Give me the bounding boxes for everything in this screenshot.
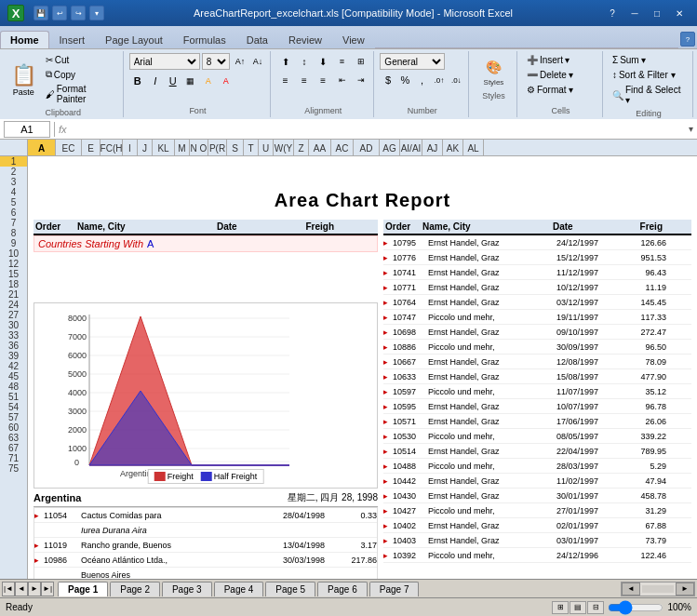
styles-button[interactable]: 🎨 Styles	[475, 53, 513, 89]
col-header-AC[interactable]: AC	[331, 140, 354, 156]
row-num-71: 71	[0, 453, 28, 463]
sheet-tab-1[interactable]: Page 1	[58, 582, 108, 596]
fill-color-button[interactable]: A	[200, 73, 217, 89]
paste-button[interactable]: 📋 Paste	[7, 56, 40, 104]
comma-btn[interactable]: ,	[414, 72, 430, 88]
copy-button[interactable]: ⧉ Copy	[42, 67, 119, 82]
sum-btn[interactable]: Σ Sum ▾	[609, 53, 689, 67]
custom-quick-btn[interactable]: ▾	[89, 6, 104, 20]
col-header-M[interactable]: M	[175, 140, 190, 156]
wrap-text-btn[interactable]: ≡	[333, 53, 351, 70]
help-btn[interactable]: ?	[602, 5, 623, 21]
font-color-button[interactable]: A	[218, 73, 235, 89]
tab-formulas[interactable]: Formulas	[173, 31, 236, 48]
delete-cells-btn[interactable]: ➖ Delete ▾	[523, 68, 598, 82]
sheet-tab-7[interactable]: Page 7	[369, 582, 420, 596]
col-header-AD[interactable]: AD	[354, 140, 380, 156]
col-header-AL[interactable]: AL	[463, 140, 484, 156]
cut-button[interactable]: ✂ Cut	[42, 53, 119, 67]
font-size-select[interactable]: 8	[202, 53, 230, 70]
cell-reference-input[interactable]	[4, 121, 50, 138]
col-header-KL[interactable]: KL	[153, 140, 175, 156]
tab-insert[interactable]: Insert	[49, 31, 96, 48]
indent-increase-btn[interactable]: ⇥	[352, 72, 369, 88]
restore-btn[interactable]: □	[647, 5, 667, 21]
col-header-EC[interactable]: EC	[56, 140, 82, 156]
formula-input[interactable]	[71, 121, 685, 138]
tab-last-btn[interactable]: ►|	[41, 582, 54, 596]
font-name-select[interactable]: Arial	[129, 53, 200, 70]
col-header-W[interactable]: W(Y	[274, 140, 294, 156]
sheet-tab-4[interactable]: Page 4	[214, 582, 264, 596]
currency-btn[interactable]: $	[380, 72, 395, 88]
border-button[interactable]: ▦	[182, 73, 199, 89]
editing-label: Editing	[609, 109, 689, 118]
format-painter-button[interactable]: 🖌 Format Painter	[42, 82, 119, 106]
minimize-btn[interactable]: ─	[624, 5, 645, 21]
merge-btn[interactable]: ⊞	[352, 53, 369, 70]
find-select-btn[interactable]: 🔍 Find & Select ▾	[609, 83, 689, 107]
sheet-tab-2[interactable]: Page 2	[110, 582, 160, 596]
undo-quick-btn[interactable]: ↩	[52, 6, 67, 20]
col-header-NO[interactable]: N O	[190, 140, 208, 156]
increase-font-btn[interactable]: A↑	[232, 53, 248, 70]
decimal-dec-btn[interactable]: .0↓	[449, 72, 464, 88]
italic-button[interactable]: I	[147, 73, 164, 89]
col-header-FCH[interactable]: FC(H	[101, 140, 123, 156]
page-break-view-btn[interactable]: ⊟	[587, 601, 604, 614]
close-btn[interactable]: ✕	[669, 5, 690, 21]
col-header-AJ[interactable]: AJ	[422, 140, 443, 156]
col-header-E[interactable]: E	[82, 140, 101, 156]
sheet-tab-5[interactable]: Page 5	[265, 582, 315, 596]
align-top-btn[interactable]: ⬆	[276, 53, 294, 70]
indent-decrease-btn[interactable]: ⇤	[333, 72, 351, 88]
tab-next-btn[interactable]: ►	[28, 582, 41, 596]
tab-prev-btn[interactable]: ◄	[15, 582, 28, 596]
h-scrollbar[interactable]: ◄ ►	[621, 582, 695, 596]
col-header-I[interactable]: I	[123, 140, 138, 156]
col-header-AG[interactable]: AG	[380, 140, 400, 156]
formula-expand-btn[interactable]: ▾	[689, 124, 693, 134]
align-right-btn[interactable]: ≡	[315, 72, 332, 88]
col-header-Z[interactable]: Z	[294, 140, 309, 156]
decimal-inc-btn[interactable]: .0↑	[431, 72, 447, 88]
tab-home[interactable]: Home	[0, 31, 49, 48]
sort-filter-btn[interactable]: ↕ Sort & Filter ▾	[609, 68, 689, 82]
col-header-A[interactable]: A	[28, 140, 56, 156]
sheet-tab-6[interactable]: Page 6	[317, 582, 368, 596]
ribbon-help-btn[interactable]: ?	[680, 32, 695, 47]
save-quick-btn[interactable]: 💾	[34, 6, 48, 20]
zoom-slider[interactable]	[608, 603, 663, 612]
scroll-left-btn[interactable]: ◄	[622, 583, 640, 596]
percent-btn[interactable]: %	[397, 72, 413, 88]
align-bottom-btn[interactable]: ⬇	[315, 53, 332, 70]
col-header-PCR[interactable]: P(R	[208, 140, 227, 156]
number-format-select[interactable]: General	[380, 53, 445, 70]
tab-data[interactable]: Data	[236, 31, 278, 48]
insert-cells-btn[interactable]: ➕ Insert ▾	[523, 53, 598, 67]
tab-view[interactable]: View	[332, 31, 375, 48]
align-center-btn[interactable]: ≡	[295, 72, 313, 88]
bold-button[interactable]: B	[129, 73, 146, 89]
col-header-S[interactable]: S	[227, 140, 244, 156]
redo-quick-btn[interactable]: ↪	[71, 6, 86, 20]
sheet-tab-3[interactable]: Page 3	[162, 582, 212, 596]
align-left-btn[interactable]: ≡	[276, 72, 294, 88]
col-header-J[interactable]: J	[138, 140, 153, 156]
tab-first-btn[interactable]: |◄	[2, 582, 15, 596]
tab-page-layout[interactable]: Page Layout	[95, 31, 173, 48]
col-header-AA[interactable]: AA	[309, 140, 331, 156]
scroll-right-btn[interactable]: ►	[676, 583, 694, 596]
decrease-font-btn[interactable]: A↓	[249, 53, 266, 70]
col-header-U[interactable]: U	[259, 140, 274, 156]
normal-view-btn[interactable]: ⊞	[552, 601, 569, 614]
title-bar-left: X 💾 ↩ ↪ ▾	[7, 5, 104, 21]
tab-review[interactable]: Review	[278, 31, 332, 48]
col-header-T[interactable]: T	[244, 140, 259, 156]
align-middle-btn[interactable]: ↕	[295, 53, 313, 70]
page-layout-view-btn[interactable]: ▤	[570, 601, 586, 614]
col-header-AI[interactable]: AI/AI	[400, 140, 422, 156]
col-header-AK[interactable]: AK	[443, 140, 463, 156]
underline-button[interactable]: U	[165, 73, 181, 89]
format-cells-btn[interactable]: ⚙ Format ▾	[523, 83, 598, 97]
